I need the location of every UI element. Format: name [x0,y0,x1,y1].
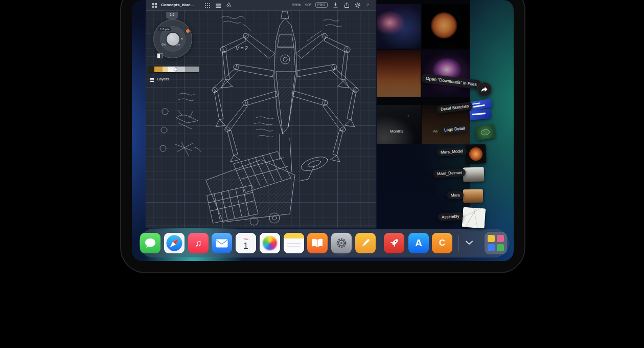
drag-forward-button[interactable] [477,82,492,97]
palette-swatch[interactable] [148,67,154,72]
app-store-icon[interactable]: A [408,233,429,253]
calendar-weekday: Tue [243,237,248,241]
gallery-grid-icon[interactable] [152,3,154,5]
photos-dim-overlay [377,0,470,144]
dock-collapse-button[interactable] [465,239,474,246]
concepts-toolbar: Concepts_blue... 59% 90° PRO [146,0,376,10]
import-icon[interactable] [333,2,338,8]
photos-app-icon[interactable] [260,233,280,253]
zoom-level[interactable]: 59% [292,3,301,7]
ipad-screen-wallpaper: V = 2 Concepts_blue... 59% 90° PRO [132,0,514,261]
export-share-icon[interactable] [344,2,350,8]
opacity-min-label: 0% [162,43,166,46]
drag-thumb-mars[interactable] [463,189,483,203]
rocket-icon [387,236,401,250]
palette-swatch[interactable] [168,67,175,72]
note-lines-icon [287,243,301,244]
drag-thumb-mars-deimos[interactable] [463,167,485,182]
menu-icon[interactable] [216,4,221,5]
brush-size-value: 1.6 [170,13,174,16]
settings-gear-icon[interactable] [355,2,361,8]
mini-app-icon [488,244,495,251]
pen-tool-icon[interactable] [226,2,232,8]
palette-swatch[interactable] [163,67,168,72]
palette-swatch[interactable] [154,67,163,72]
pen-icon [359,236,372,250]
layers-menu-icon [150,78,154,79]
pro-badge[interactable]: PRO [315,2,328,8]
brush-size-label: 1.6 pts [158,27,171,31]
orange-c-app-icon[interactable]: C [432,233,452,253]
drag-thumb-decal-sticker[interactable] [469,108,491,120]
opacity-max-label: 100% [172,43,180,46]
photos-app-window: Months All [377,0,470,144]
chevron-down-icon [466,241,473,245]
flower-icon [263,236,277,250]
mini-app-icon [497,235,504,242]
books-app-icon[interactable] [307,233,328,253]
tab-all[interactable]: All [433,129,438,134]
active-color-dot[interactable] [186,29,190,33]
calendar-app-icon[interactable]: Tue 1 [236,233,256,253]
settings-app-icon[interactable] [331,233,352,253]
mini-app-icon [488,235,495,242]
document-title[interactable]: Concepts_blue... [161,3,194,7]
rotation-angle[interactable]: 90° [305,3,311,7]
palette-swatch[interactable] [185,67,199,72]
music-app-icon[interactable]: ♫ [188,233,209,253]
palette-slider-dot[interactable] [174,68,177,71]
active-color-swatch[interactable] [157,53,163,58]
drag-item-label[interactable]: Assembly [438,212,463,222]
color-palette-bar[interactable] [148,67,199,72]
layers-label: Layers [157,77,169,81]
messages-app-icon[interactable] [140,233,160,253]
drag-item-label[interactable]: Mars_Model [437,147,467,156]
calendar-day: 1 [243,242,248,250]
drag-thumb-assembly[interactable] [462,207,486,229]
gear-icon [335,236,348,250]
pen-app-icon[interactable] [355,233,376,253]
forward-arrow-icon [480,86,488,93]
music-note-icon: ♫ [195,238,202,249]
open-book-icon [311,238,324,248]
dock-divider [458,235,459,251]
notes-app-icon[interactable] [284,233,304,253]
app-store-letter: A [415,237,422,249]
dock-divider [380,235,380,251]
drag-thumb-logo-detail[interactable] [475,124,496,140]
drag-item-label[interactable]: Mars [447,191,464,199]
safari-app-icon[interactable] [164,233,185,253]
tab-months[interactable]: Months [390,129,403,134]
chat-bubble-icon [145,238,156,248]
concepts-app-window: V = 2 Concepts_blue... 59% 90° PRO [146,0,376,228]
canvas-annotation: V = 2 [236,46,248,51]
dock: ♫ Tue 1 [139,229,509,257]
app-library-tile[interactable] [485,232,507,254]
precision-dots-icon[interactable] [205,3,206,4]
drag-thumb-mars-model[interactable] [465,144,486,164]
compass-icon [166,234,183,252]
contrast-icon: ◐ [181,36,183,41]
ipad-device: V = 2 Concepts_blue... 59% 90° PRO [121,0,524,272]
envelope-icon [216,239,228,248]
tool-wheel[interactable] [153,19,192,58]
rocket-app-icon[interactable] [384,233,404,253]
mail-app-icon[interactable] [212,233,232,253]
help-icon[interactable]: ? [366,3,369,7]
orange-c-letter: C [439,238,445,248]
mini-app-icon [497,244,504,251]
